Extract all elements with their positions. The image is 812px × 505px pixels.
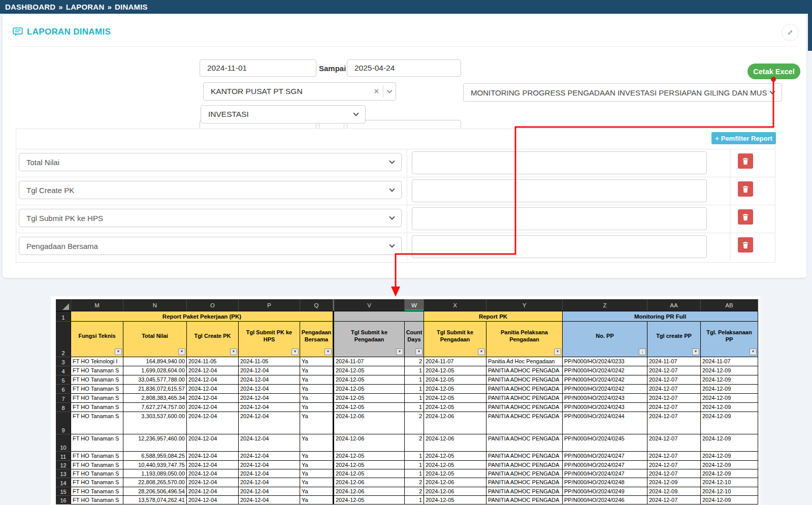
investasi-value: INVESTASI: [208, 110, 249, 119]
cell-M11: FT HO Tanaman S: [71, 452, 123, 461]
date-to-input[interactable]: [347, 59, 461, 77]
kantor-select[interactable]: KANTOR PUSAT PT SGN ×: [203, 82, 396, 101]
row-number: 12: [56, 461, 71, 469]
column-header-W: Count Days▼: [405, 322, 424, 357]
table-row: 7FT HO Tanaman S2,808,383,465.342024-12-…: [56, 394, 758, 403]
cell-V3: 2024-11-07: [333, 357, 405, 366]
cell-Y13: PANITIA ADHOC PENGADA: [486, 469, 563, 478]
cell-O6: 2024-12-04: [187, 385, 239, 394]
filter-dropdown-icon: ▼: [178, 349, 185, 355]
cell-V16: 2024-12-05: [333, 496, 405, 504]
chevron-down-icon: [386, 87, 392, 93]
breadcrumb-dashboard[interactable]: DASHBOARD: [5, 3, 55, 11]
cell-Y6: PANITIA ADHOC PENGADA: [486, 385, 563, 394]
cell-Y12: PANITIA ADHOC PENGADA: [486, 461, 563, 469]
cell-W16: 1: [405, 496, 424, 504]
column-header-label: Tgl Create PK: [194, 333, 231, 340]
cell-Q12: Ya: [300, 461, 333, 469]
date-from-input[interactable]: [200, 59, 316, 77]
cell-Q4: Ya: [300, 366, 333, 375]
cell-Y3: Panitia Ad Hoc Pengadaan: [486, 357, 563, 366]
select-all-triangle-icon: [62, 303, 69, 310]
breadcrumb-separator: »: [107, 3, 112, 11]
delete-filter-button[interactable]: [738, 209, 753, 225]
trash-icon: [742, 241, 749, 249]
cell-O11: 2024-12-04: [187, 452, 239, 461]
trash-icon: [742, 213, 749, 221]
cell-V10: 2024-12-06: [333, 434, 405, 452]
column-letter-Z: Z: [563, 299, 647, 311]
cell-Q5: Ya: [300, 375, 333, 385]
column-letter-Y: Y: [486, 299, 563, 311]
filter-value-input[interactable]: [412, 151, 707, 174]
investasi-select[interactable]: INVESTASI: [201, 105, 366, 123]
cell-AB15: 2024-12-10: [701, 487, 758, 496]
cell-P16: 2024-12-04: [239, 496, 300, 504]
delete-filter-button[interactable]: [738, 181, 753, 197]
column-header-row: 2Fungsi Teknis▼Total Nilai▼Tgl Create PK…: [56, 322, 758, 357]
row-number: 10: [56, 434, 71, 452]
cell-W10: 2: [405, 434, 424, 452]
cell-W15: 2: [405, 487, 424, 496]
cell-W12: 1: [405, 461, 424, 469]
cell-AB8: 2024-12-09: [701, 403, 758, 412]
chevron-down-icon: [389, 158, 395, 164]
cell-V13: 2024-12-05: [333, 469, 405, 478]
filter-dropdown-icon: ▼: [396, 349, 403, 355]
filter-field-select[interactable]: Tgl Create PK: [19, 181, 402, 199]
delete-filter-button[interactable]: [738, 153, 753, 169]
cell-M6: FT HO Tanaman S: [71, 385, 123, 394]
column-letter-Q: Q: [300, 299, 333, 311]
delete-filter-button[interactable]: [738, 237, 753, 253]
column-header-V: Tgl Submit ke Pengadaan▼: [333, 322, 405, 357]
cell-O14: 2024-12-04: [187, 478, 239, 487]
filter-dropdown-icon: ▼: [324, 349, 332, 355]
column-header-label: Total Nilai: [142, 333, 168, 340]
cell-Y8: PANITIA ADHOC PENGADA: [486, 403, 563, 412]
column-letter-W: W: [405, 299, 424, 311]
cell-N14: 22,808,265,570.00: [123, 478, 187, 487]
cell-M3: FT HO Teknologi I: [71, 357, 123, 366]
filter-row: Pengadaan Bersama: [16, 233, 775, 261]
report-type-select[interactable]: MONITORING PROGRESS PENGADAAN INVESTASI …: [463, 83, 782, 102]
cell-M9: FT HO Tanaman S: [71, 412, 123, 434]
cell-Q7: Ya: [300, 394, 333, 403]
filter-field-select[interactable]: Tgl Submit PK ke HPS: [19, 209, 402, 227]
row-number: 15: [56, 487, 71, 496]
group-header: Report Paket Pekerjaan (PK): [71, 311, 333, 322]
filter-value-input[interactable]: [412, 179, 707, 202]
cell-Z13: PP/N000/HO/2024/0247: [563, 469, 647, 478]
trash-icon: [742, 157, 749, 165]
column-header-O: Tgl Create PK▼: [187, 322, 239, 357]
filter-value-input[interactable]: [412, 207, 707, 230]
cell-P9: 2024-12-04: [239, 412, 300, 434]
cell-M16: FT HO Tanaman S: [71, 496, 123, 504]
table-row: 9FT HO Tanaman S3,303,537,600.002024-12-…: [56, 412, 758, 434]
clear-selection-icon[interactable]: ×: [370, 87, 383, 96]
group-header: Monitoring PR Full: [563, 311, 758, 322]
breadcrumb-laporan[interactable]: LAPORAN: [66, 3, 105, 11]
cetak-excel-button[interactable]: Cetak Excel: [748, 64, 800, 79]
expand-panel-button[interactable]: [782, 24, 799, 41]
cell-W9: 2: [405, 412, 424, 434]
column-letter-X: X: [424, 299, 486, 311]
row-number: 9: [56, 412, 71, 434]
filter-field-select[interactable]: Total Nilai: [19, 153, 402, 171]
filter-value-input[interactable]: [412, 235, 707, 258]
cell-M8: FT HO Tanaman S: [71, 403, 123, 412]
cell-AB5: 2024-12-09: [701, 375, 758, 385]
filter-field-label: Tgl Create PK: [26, 186, 74, 195]
table-row: 12FT HO Tanaman S10,440,939,747.752024-1…: [56, 461, 758, 469]
cell-AA7: 2024-12-07: [647, 394, 701, 403]
row-number: 3: [56, 357, 71, 366]
cell-M10: FT HO Tanaman S: [71, 434, 123, 452]
cell-Q6: Ya: [300, 385, 333, 394]
filter-field-select[interactable]: Pengadaan Bersama: [19, 237, 402, 255]
cell-O13: 2024-12-04: [187, 469, 239, 478]
row-number: 16: [56, 496, 71, 504]
cell-W4: 1: [405, 366, 424, 375]
table-row: 16FT HO Tanaman S13,578,074,262.412024-1…: [56, 496, 758, 504]
table-row: 11FT HO Tanaman S6,588,959,084.252024-12…: [56, 452, 758, 461]
cell-Q13: Ya: [300, 469, 333, 478]
add-pemfilter-button[interactable]: + Pemfilter Report: [711, 132, 776, 144]
